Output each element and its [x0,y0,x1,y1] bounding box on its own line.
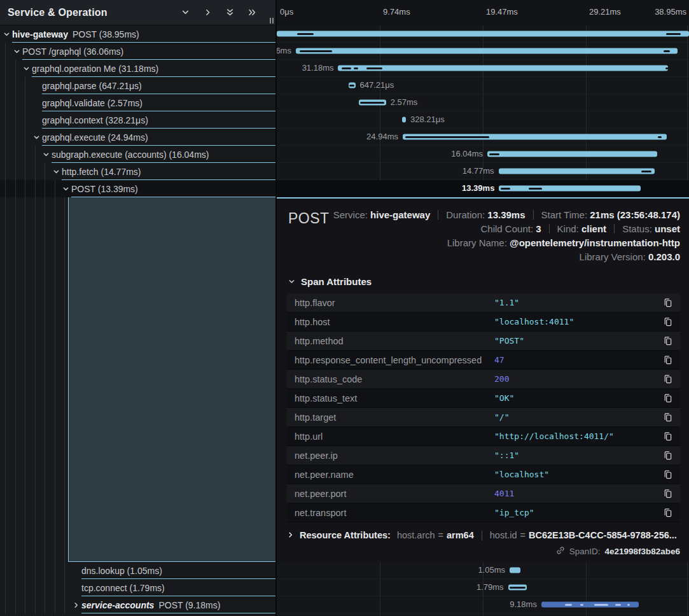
collapse-span-icon[interactable] [3,31,10,38]
copy-icon[interactable] [663,451,672,461]
span-tree-row[interactable]: POST /graphql (36.06ms) [0,43,275,60]
span-tree-row[interactable]: POST (13.39ms) [0,180,275,197]
child-span-mark [300,50,333,52]
span-bar[interactable] [349,83,356,88]
copy-icon[interactable] [663,336,672,346]
span-tree-row[interactable]: service-accountsPOST (9.18ms) [0,596,275,613]
timeline-row[interactable]: 13.39ms [277,180,689,197]
collapse-span-icon[interactable] [33,134,40,141]
timeline-row[interactable]: 1.79ms [277,579,689,596]
expand-one-icon[interactable] [204,8,212,17]
collapse-span-icon[interactable] [53,168,60,175]
indent-guide [15,129,16,146]
span-tree-row[interactable]: dns.lookup (1.05ms) [0,562,275,579]
copy-icon[interactable] [663,374,672,384]
span-tree-row[interactable]: hive-gatewayPOST (38.95ms) [0,25,275,43]
span-bar[interactable] [487,151,657,157]
span-bar[interactable] [296,48,678,54]
span-tree-row[interactable]: tcp.connect (1.79ms) [0,579,275,596]
copy-icon[interactable] [663,431,672,442]
collapse-span-icon[interactable] [13,48,20,55]
timeline-row[interactable]: 14.77ms [277,163,689,180]
chevron-right-icon [287,530,294,540]
expand-span-icon[interactable] [73,601,80,608]
copy-icon[interactable] [663,508,672,518]
indent-guide [35,562,36,579]
attribute-row: net.peer.ip"::1" [287,446,680,465]
child-span-mark [641,171,651,172]
overview-field: Library Name: @opentelemetry/instrumenta… [447,237,680,248]
collapse-span-icon[interactable] [23,65,30,72]
span-tree-row[interactable]: graphql.validate (2.57ms) [0,94,275,111]
attribute-row: http.host"localhost:4011" [287,312,680,332]
field-separator [438,210,438,220]
expand-all-icon[interactable] [248,8,256,17]
span-bar[interactable] [359,100,386,106]
timeline-row[interactable]: 36.06ms [277,43,689,60]
attribute-row: http.target"/" [287,408,680,427]
span-bar[interactable] [499,186,641,192]
indent-guide [35,180,36,197]
span-tree-row[interactable]: http.fetch (14.77ms) [0,163,275,180]
span-bar[interactable] [508,585,527,591]
splitter-handle[interactable] [270,18,274,24]
copy-icon[interactable] [663,489,672,499]
attribute-value: "::1" [494,451,663,460]
copy-icon[interactable] [663,317,672,327]
span-attributes-header[interactable]: Span Attributes [288,276,680,287]
indent-guide [5,77,6,94]
span-duration-label: 31.18ms [298,60,338,76]
span-duration-label: 24.94ms [362,129,403,145]
span-tree-row[interactable]: graphql.operation Me (31.18ms) [0,60,275,77]
indent-guide [45,163,45,180]
timeline-row[interactable]: 31.18ms [277,60,689,77]
indent-guide [35,596,36,613]
timeline-row[interactable] [277,25,689,43]
span-bar[interactable] [338,66,668,71]
field-value: hive-gateway [370,209,430,220]
collapse-span-icon[interactable] [62,185,69,192]
copy-icon[interactable] [663,412,672,423]
child-span-mark [510,587,525,589]
copy-icon[interactable] [663,393,672,403]
attribute-key: net.transport [295,508,494,518]
span-bar[interactable] [499,169,655,174]
span-bar[interactable] [541,602,639,608]
timeline-row[interactable]: 647.21μs [277,77,689,94]
timeline-row[interactable]: 24.94ms [277,129,689,146]
link-icon[interactable] [556,546,565,557]
span-tree-row[interactable]: graphql.parse (647.21μs) [0,77,275,94]
copy-icon[interactable] [663,298,672,308]
span-tree-row[interactable]: graphql.context (328.21μs) [0,111,275,129]
collapse-span-icon[interactable] [43,151,50,158]
span-bar[interactable] [510,568,520,573]
span-bar[interactable] [277,31,689,37]
timeline-panel: 0μs9.74ms19.47ms29.21ms38.95ms 36.06ms31… [277,0,689,616]
child-span-mark [665,67,669,69]
timeline-row[interactable]: 16.04ms [277,146,689,163]
left-panel-header: Service & Operation [0,0,275,25]
timeline-row[interactable]: 1.05ms [277,562,689,579]
attribute-row: net.peer.name"localhost" [287,465,680,484]
timeline-row[interactable]: 2.57ms [277,94,689,111]
indent-guide [15,180,16,197]
collapse-one-icon[interactable] [181,8,190,17]
timeline-row[interactable]: 328.21μs [277,111,689,129]
field-value: 0.203.0 [648,251,680,262]
span-detail-panel: POST Service: hive-gatewayDuration: 13.3… [277,197,689,562]
indent-guide [64,562,65,579]
copy-icon[interactable] [663,470,672,480]
indent-guide [15,197,16,562]
span-tree-row[interactable]: subgraph.execute (accounts) (16.04ms) [0,146,275,163]
timeline-row[interactable]: 9.18ms [277,596,689,613]
span-tree-row[interactable]: graphql.execute (24.94ms) [0,129,275,146]
copy-icon[interactable] [663,355,672,365]
indent-guide [25,163,25,180]
field-value: unset [655,223,680,234]
span-bar[interactable] [403,134,667,140]
collapse-all-icon[interactable] [226,8,234,17]
field-value: 21ms (23:56:48.174) [590,209,680,220]
span-duration-label: 328.21μs [406,111,449,128]
indent-guide [15,60,16,77]
resource-attributes-row[interactable]: Resource Attributes:host.arch=arm64host.… [287,530,680,540]
